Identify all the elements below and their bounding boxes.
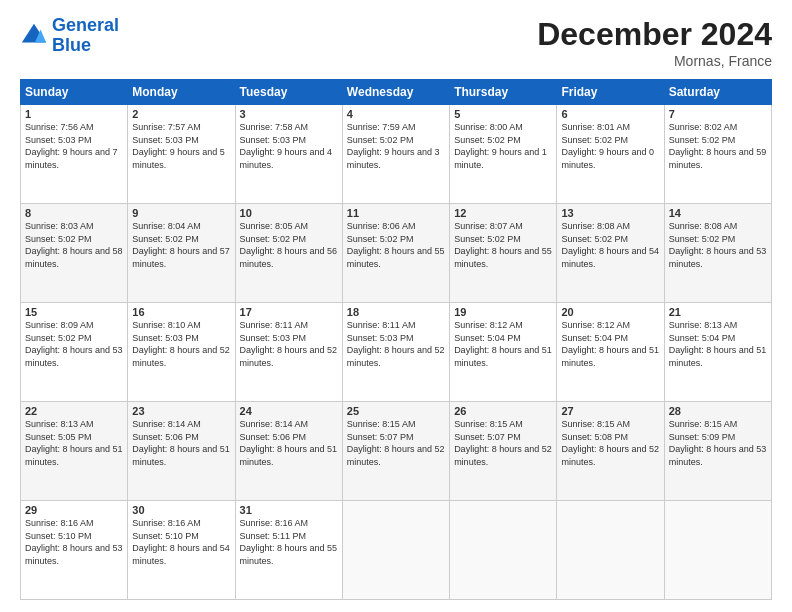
calendar-cell: 29Sunrise: 8:16 AMSunset: 5:10 PMDayligh… — [21, 501, 128, 600]
day-info: Sunrise: 8:14 AMSunset: 5:06 PMDaylight:… — [132, 418, 230, 468]
calendar-cell: 24Sunrise: 8:14 AMSunset: 5:06 PMDayligh… — [235, 402, 342, 501]
day-number: 31 — [240, 504, 338, 516]
day-number: 28 — [669, 405, 767, 417]
day-number: 8 — [25, 207, 123, 219]
day-number: 9 — [132, 207, 230, 219]
day-number: 7 — [669, 108, 767, 120]
calendar-cell: 1Sunrise: 7:56 AMSunset: 5:03 PMDaylight… — [21, 105, 128, 204]
day-info: Sunrise: 8:16 AMSunset: 5:11 PMDaylight:… — [240, 517, 338, 567]
calendar-cell: 5Sunrise: 8:00 AMSunset: 5:02 PMDaylight… — [450, 105, 557, 204]
day-info: Sunrise: 8:03 AMSunset: 5:02 PMDaylight:… — [25, 220, 123, 270]
calendar-header-thursday: Thursday — [450, 80, 557, 105]
day-info: Sunrise: 8:11 AMSunset: 5:03 PMDaylight:… — [347, 319, 445, 369]
calendar-cell: 28Sunrise: 8:15 AMSunset: 5:09 PMDayligh… — [664, 402, 771, 501]
day-info: Sunrise: 8:07 AMSunset: 5:02 PMDaylight:… — [454, 220, 552, 270]
day-info: Sunrise: 8:08 AMSunset: 5:02 PMDaylight:… — [669, 220, 767, 270]
calendar-cell: 26Sunrise: 8:15 AMSunset: 5:07 PMDayligh… — [450, 402, 557, 501]
calendar-cell — [342, 501, 449, 600]
day-info: Sunrise: 8:12 AMSunset: 5:04 PMDaylight:… — [454, 319, 552, 369]
calendar-cell: 12Sunrise: 8:07 AMSunset: 5:02 PMDayligh… — [450, 204, 557, 303]
day-info: Sunrise: 8:15 AMSunset: 5:07 PMDaylight:… — [347, 418, 445, 468]
day-info: Sunrise: 8:12 AMSunset: 5:04 PMDaylight:… — [561, 319, 659, 369]
day-number: 16 — [132, 306, 230, 318]
day-info: Sunrise: 7:56 AMSunset: 5:03 PMDaylight:… — [25, 121, 123, 171]
day-number: 5 — [454, 108, 552, 120]
day-info: Sunrise: 8:04 AMSunset: 5:02 PMDaylight:… — [132, 220, 230, 270]
day-number: 23 — [132, 405, 230, 417]
calendar-cell: 7Sunrise: 8:02 AMSunset: 5:02 PMDaylight… — [664, 105, 771, 204]
day-info: Sunrise: 8:05 AMSunset: 5:02 PMDaylight:… — [240, 220, 338, 270]
day-number: 29 — [25, 504, 123, 516]
day-info: Sunrise: 8:13 AMSunset: 5:04 PMDaylight:… — [669, 319, 767, 369]
day-number: 14 — [669, 207, 767, 219]
day-info: Sunrise: 8:08 AMSunset: 5:02 PMDaylight:… — [561, 220, 659, 270]
day-info: Sunrise: 8:14 AMSunset: 5:06 PMDaylight:… — [240, 418, 338, 468]
calendar-cell: 16Sunrise: 8:10 AMSunset: 5:03 PMDayligh… — [128, 303, 235, 402]
calendar-cell — [557, 501, 664, 600]
day-info: Sunrise: 7:57 AMSunset: 5:03 PMDaylight:… — [132, 121, 230, 171]
location: Mornas, France — [537, 53, 772, 69]
calendar-header-saturday: Saturday — [664, 80, 771, 105]
calendar-cell: 13Sunrise: 8:08 AMSunset: 5:02 PMDayligh… — [557, 204, 664, 303]
calendar-header-friday: Friday — [557, 80, 664, 105]
day-info: Sunrise: 8:11 AMSunset: 5:03 PMDaylight:… — [240, 319, 338, 369]
day-number: 30 — [132, 504, 230, 516]
calendar-cell: 3Sunrise: 7:58 AMSunset: 5:03 PMDaylight… — [235, 105, 342, 204]
day-number: 12 — [454, 207, 552, 219]
day-info: Sunrise: 8:06 AMSunset: 5:02 PMDaylight:… — [347, 220, 445, 270]
logo: General Blue — [20, 16, 119, 56]
calendar-cell: 20Sunrise: 8:12 AMSunset: 5:04 PMDayligh… — [557, 303, 664, 402]
calendar-cell: 18Sunrise: 8:11 AMSunset: 5:03 PMDayligh… — [342, 303, 449, 402]
calendar-cell: 23Sunrise: 8:14 AMSunset: 5:06 PMDayligh… — [128, 402, 235, 501]
day-number: 1 — [25, 108, 123, 120]
calendar-cell: 6Sunrise: 8:01 AMSunset: 5:02 PMDaylight… — [557, 105, 664, 204]
calendar-cell: 21Sunrise: 8:13 AMSunset: 5:04 PMDayligh… — [664, 303, 771, 402]
day-number: 4 — [347, 108, 445, 120]
day-number: 3 — [240, 108, 338, 120]
page-title: December 2024 — [537, 16, 772, 53]
day-number: 10 — [240, 207, 338, 219]
calendar-cell: 4Sunrise: 7:59 AMSunset: 5:02 PMDaylight… — [342, 105, 449, 204]
calendar-cell: 30Sunrise: 8:16 AMSunset: 5:10 PMDayligh… — [128, 501, 235, 600]
calendar-cell: 9Sunrise: 8:04 AMSunset: 5:02 PMDaylight… — [128, 204, 235, 303]
calendar-cell: 14Sunrise: 8:08 AMSunset: 5:02 PMDayligh… — [664, 204, 771, 303]
calendar-cell: 2Sunrise: 7:57 AMSunset: 5:03 PMDaylight… — [128, 105, 235, 204]
day-number: 11 — [347, 207, 445, 219]
day-number: 19 — [454, 306, 552, 318]
calendar-header-sunday: Sunday — [21, 80, 128, 105]
calendar-header-wednesday: Wednesday — [342, 80, 449, 105]
day-info: Sunrise: 8:16 AMSunset: 5:10 PMDaylight:… — [25, 517, 123, 567]
day-info: Sunrise: 8:15 AMSunset: 5:08 PMDaylight:… — [561, 418, 659, 468]
calendar-cell: 10Sunrise: 8:05 AMSunset: 5:02 PMDayligh… — [235, 204, 342, 303]
day-info: Sunrise: 8:13 AMSunset: 5:05 PMDaylight:… — [25, 418, 123, 468]
logo-icon — [20, 22, 48, 50]
day-number: 6 — [561, 108, 659, 120]
day-info: Sunrise: 8:15 AMSunset: 5:07 PMDaylight:… — [454, 418, 552, 468]
calendar-header-monday: Monday — [128, 80, 235, 105]
day-info: Sunrise: 8:10 AMSunset: 5:03 PMDaylight:… — [132, 319, 230, 369]
day-info: Sunrise: 7:59 AMSunset: 5:02 PMDaylight:… — [347, 121, 445, 171]
day-number: 2 — [132, 108, 230, 120]
day-number: 22 — [25, 405, 123, 417]
day-info: Sunrise: 8:00 AMSunset: 5:02 PMDaylight:… — [454, 121, 552, 171]
calendar-table: SundayMondayTuesdayWednesdayThursdayFrid… — [20, 79, 772, 600]
day-number: 25 — [347, 405, 445, 417]
day-number: 24 — [240, 405, 338, 417]
day-info: Sunrise: 8:16 AMSunset: 5:10 PMDaylight:… — [132, 517, 230, 567]
calendar-cell: 25Sunrise: 8:15 AMSunset: 5:07 PMDayligh… — [342, 402, 449, 501]
day-number: 13 — [561, 207, 659, 219]
day-number: 26 — [454, 405, 552, 417]
day-info: Sunrise: 7:58 AMSunset: 5:03 PMDaylight:… — [240, 121, 338, 171]
day-number: 18 — [347, 306, 445, 318]
logo-text-line2: Blue — [52, 36, 119, 56]
day-number: 20 — [561, 306, 659, 318]
calendar-cell: 19Sunrise: 8:12 AMSunset: 5:04 PMDayligh… — [450, 303, 557, 402]
day-number: 15 — [25, 306, 123, 318]
calendar-cell: 31Sunrise: 8:16 AMSunset: 5:11 PMDayligh… — [235, 501, 342, 600]
calendar-cell: 11Sunrise: 8:06 AMSunset: 5:02 PMDayligh… — [342, 204, 449, 303]
calendar-cell: 22Sunrise: 8:13 AMSunset: 5:05 PMDayligh… — [21, 402, 128, 501]
calendar-cell: 8Sunrise: 8:03 AMSunset: 5:02 PMDaylight… — [21, 204, 128, 303]
day-number: 21 — [669, 306, 767, 318]
calendar-header-tuesday: Tuesday — [235, 80, 342, 105]
day-info: Sunrise: 8:15 AMSunset: 5:09 PMDaylight:… — [669, 418, 767, 468]
